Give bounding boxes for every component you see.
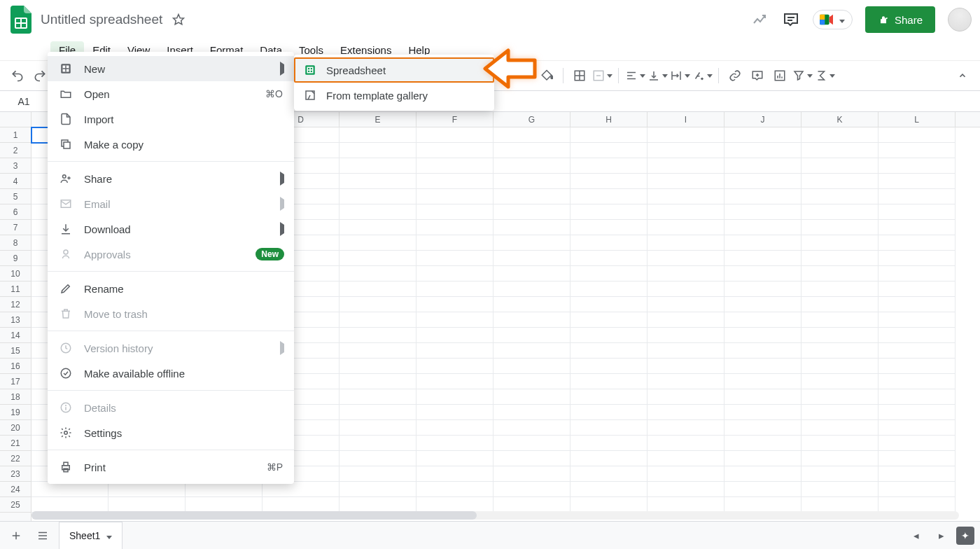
insert-link-button[interactable] (724, 65, 746, 86)
cell[interactable] (802, 497, 878, 513)
row-header[interactable]: 17 (0, 374, 31, 389)
cell[interactable] (416, 482, 493, 497)
cell[interactable] (802, 420, 878, 436)
cell[interactable] (802, 220, 878, 235)
cell[interactable] (878, 235, 955, 251)
cell[interactable] (724, 282, 802, 297)
column-header[interactable]: G (493, 112, 570, 127)
cell[interactable] (493, 328, 570, 343)
cell[interactable] (570, 127, 648, 143)
cell[interactable] (724, 235, 802, 251)
chevron-down-icon[interactable] (104, 530, 112, 541)
cell[interactable] (340, 127, 416, 143)
cell[interactable] (648, 374, 724, 389)
add-sheet-button[interactable] (6, 525, 27, 546)
cell[interactable] (648, 482, 724, 497)
file-menu-import[interactable]: Import (48, 106, 294, 132)
cell[interactable] (802, 359, 878, 374)
cell[interactable] (802, 204, 878, 220)
merge-cells-button[interactable] (592, 65, 612, 86)
cell[interactable] (493, 282, 570, 297)
cell[interactable] (648, 389, 724, 405)
cell[interactable] (493, 497, 570, 513)
cell[interactable] (724, 297, 802, 312)
cell[interactable] (570, 297, 648, 312)
cell[interactable] (802, 282, 878, 297)
row-header[interactable]: 20 (0, 420, 31, 436)
filter-button[interactable] (792, 65, 813, 86)
cell[interactable] (878, 204, 955, 220)
cell[interactable] (648, 204, 724, 220)
cell[interactable] (802, 451, 878, 466)
cell[interactable] (416, 266, 493, 282)
cell[interactable] (724, 220, 802, 235)
cell[interactable] (416, 174, 493, 189)
cell[interactable] (493, 374, 570, 389)
row-header[interactable]: 11 (0, 282, 31, 297)
cell[interactable] (724, 312, 802, 328)
cell[interactable] (416, 127, 493, 143)
cell[interactable] (31, 497, 108, 513)
row-header[interactable]: 2 (0, 143, 31, 158)
submenu-spreadsheet[interactable]: Spreadsheet (294, 57, 494, 83)
cell[interactable] (570, 343, 648, 359)
horizontal-scrollbar[interactable] (31, 511, 959, 520)
cell[interactable] (340, 235, 416, 251)
cell[interactable] (802, 266, 878, 282)
file-menu-print[interactable]: Print ⌘P (48, 454, 294, 480)
account-avatar[interactable] (948, 8, 972, 32)
cell[interactable] (493, 174, 570, 189)
cell[interactable] (802, 482, 878, 497)
column-header[interactable]: I (648, 112, 724, 127)
row-header[interactable]: 1 (0, 127, 31, 143)
cell[interactable] (340, 174, 416, 189)
cell[interactable] (878, 482, 955, 497)
cell[interactable] (186, 497, 262, 513)
cell[interactable] (570, 174, 648, 189)
cell[interactable] (648, 127, 724, 143)
row-header[interactable]: 12 (0, 297, 31, 312)
cell[interactable] (340, 420, 416, 436)
submenu-template-gallery[interactable]: From template gallery (294, 83, 494, 108)
collapse-toolbar-button[interactable] (952, 65, 973, 86)
text-rotation-button[interactable] (692, 65, 713, 86)
row-header[interactable]: 7 (0, 220, 31, 235)
comment-history-icon[interactable] (782, 11, 800, 29)
text-wrap-button[interactable] (669, 65, 690, 86)
cell[interactable] (802, 158, 878, 174)
cell[interactable] (416, 282, 493, 297)
name-box[interactable]: A1 (4, 92, 43, 111)
cell[interactable] (340, 374, 416, 389)
row-header[interactable]: 9 (0, 251, 31, 266)
file-menu-new[interactable]: New (48, 56, 294, 81)
cell[interactable] (416, 389, 493, 405)
cell[interactable] (802, 235, 878, 251)
cell[interactable] (108, 497, 186, 513)
file-menu-offline[interactable]: Make available offline (48, 361, 294, 386)
cell[interactable] (570, 328, 648, 343)
column-header[interactable]: F (416, 112, 493, 127)
file-menu-settings[interactable]: Settings (48, 420, 294, 445)
cell[interactable] (648, 282, 724, 297)
row-header[interactable]: 23 (0, 466, 31, 482)
cell[interactable] (802, 374, 878, 389)
cell[interactable] (186, 482, 262, 497)
cell[interactable] (802, 328, 878, 343)
cell[interactable] (724, 497, 802, 513)
sheet-tab[interactable]: Sheet1 (59, 522, 122, 550)
fill-color-button[interactable] (536, 65, 557, 86)
cell[interactable] (570, 220, 648, 235)
row-header[interactable]: 10 (0, 266, 31, 282)
cell[interactable] (570, 204, 648, 220)
cell[interactable] (340, 359, 416, 374)
meet-button[interactable] (813, 10, 853, 29)
insert-chart-button[interactable] (769, 65, 790, 86)
cell[interactable] (493, 220, 570, 235)
cell[interactable] (340, 436, 416, 451)
scrollbar-thumb[interactable] (31, 511, 477, 520)
cell[interactable] (724, 174, 802, 189)
cell[interactable] (416, 497, 493, 513)
cell[interactable] (570, 389, 648, 405)
cell[interactable] (648, 189, 724, 204)
borders-button[interactable] (569, 65, 590, 86)
